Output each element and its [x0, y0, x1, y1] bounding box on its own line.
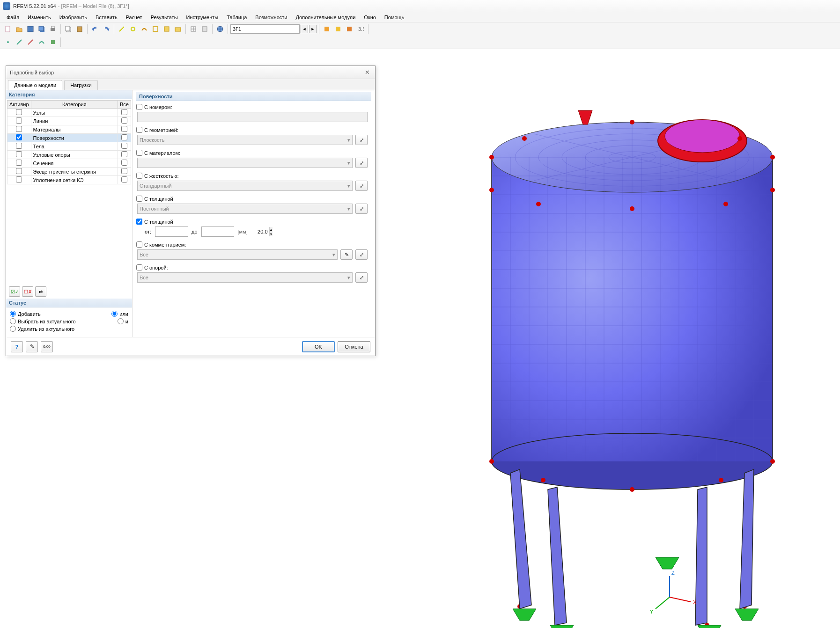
menu-file[interactable]: Файл: [3, 14, 23, 21]
menu-table[interactable]: Таблица: [223, 14, 251, 21]
thickness-type-pick-icon[interactable]: ⤢: [355, 204, 368, 214]
row-active-check[interactable]: [16, 126, 22, 132]
row-all-check[interactable]: [121, 160, 127, 166]
rtool-4-icon[interactable]: 3.55: [355, 24, 366, 34]
row-all-check[interactable]: [121, 109, 127, 115]
category-row-0[interactable]: Узлы: [7, 109, 131, 117]
undo-icon[interactable]: [90, 24, 100, 34]
tab-loads[interactable]: Нагрузки: [64, 80, 98, 90]
with-geometry-check[interactable]: С геометрией:: [136, 127, 368, 133]
thickness-type-combo[interactable]: Постоянный: [137, 204, 353, 214]
cancel-button[interactable]: Отмена: [338, 341, 370, 352]
copy-icon[interactable]: [63, 24, 74, 34]
with-support-check[interactable]: С опорой:: [136, 264, 368, 270]
menu-tools[interactable]: Инструменты: [183, 14, 222, 21]
t2-5-icon[interactable]: [48, 37, 58, 47]
menu-view[interactable]: Изобразить: [56, 14, 91, 21]
combo-next[interactable]: ►: [309, 25, 317, 33]
thickness-from-spinner[interactable]: ▲▼: [155, 226, 188, 237]
tool-3-icon[interactable]: [139, 24, 149, 34]
close-icon[interactable]: ✕: [363, 68, 371, 77]
toggle-button[interactable]: ⇄: [35, 286, 46, 297]
rtool-1-icon[interactable]: [322, 24, 332, 34]
row-all-check[interactable]: [121, 134, 127, 140]
row-active-check[interactable]: [16, 151, 22, 157]
category-row-7[interactable]: Эксцентриситеты стержня: [7, 168, 131, 176]
status-add[interactable]: Добавить: [10, 311, 41, 317]
menu-insert[interactable]: Вставить: [92, 14, 121, 21]
geometry-combo[interactable]: Плоскость: [137, 135, 353, 145]
menu-calc[interactable]: Расчет: [122, 14, 146, 21]
row-active-check[interactable]: [16, 117, 22, 124]
status-and[interactable]: и: [118, 318, 128, 324]
row-active-check[interactable]: [16, 176, 22, 183]
category-row-6[interactable]: Сечения: [7, 159, 131, 168]
geometry-pick-icon[interactable]: ⤢: [355, 135, 368, 145]
status-or[interactable]: или: [111, 311, 128, 317]
category-row-8[interactable]: Уплотнения сетки КЭ: [7, 176, 131, 184]
edit-icon[interactable]: ✎: [26, 341, 38, 352]
globe-icon[interactable]: [215, 24, 225, 34]
row-active-check[interactable]: [16, 168, 22, 174]
saveall-icon[interactable]: [37, 24, 47, 34]
thickness-to-spinner[interactable]: ▲▼: [201, 226, 234, 237]
support-pick-icon[interactable]: ⤢: [355, 272, 368, 283]
row-active-check[interactable]: [16, 134, 22, 140]
t2-4-icon[interactable]: [37, 37, 47, 47]
row-all-check[interactable]: [121, 151, 127, 157]
uncheck-all-button[interactable]: ☐✗: [22, 286, 33, 297]
rtool-3-icon[interactable]: [344, 24, 354, 34]
category-row-5[interactable]: Узловые опоры: [7, 151, 131, 159]
open-icon[interactable]: [14, 24, 24, 34]
settings-icon[interactable]: 0.00: [41, 341, 53, 352]
dialog-titlebar[interactable]: Подробный выбор ✕: [6, 66, 375, 79]
tab-model-data[interactable]: Данные о модели: [8, 80, 62, 90]
comment-pick-icon[interactable]: ⤢: [355, 249, 368, 260]
menu-edit[interactable]: Изменить: [24, 14, 55, 21]
menu-addons[interactable]: Дополнительные модули: [292, 14, 359, 21]
tool-8-icon[interactable]: [199, 24, 210, 34]
save-icon[interactable]: [25, 24, 36, 34]
t2-3-icon[interactable]: [25, 37, 36, 47]
tool-2-icon[interactable]: [128, 24, 138, 34]
t2-1-icon[interactable]: [3, 37, 13, 47]
support-combo[interactable]: Все: [137, 272, 353, 283]
row-all-check[interactable]: [121, 126, 127, 132]
comment-combo[interactable]: Все: [137, 249, 338, 260]
new-icon[interactable]: [3, 24, 13, 34]
material-combo[interactable]: [137, 158, 353, 168]
status-select-from[interactable]: Выбрать из актуального: [10, 318, 76, 324]
category-row-1[interactable]: Линии: [7, 117, 131, 125]
row-all-check[interactable]: [121, 143, 127, 149]
status-remove-from[interactable]: Удалить из актуального: [10, 326, 74, 332]
material-pick-icon[interactable]: ⤢: [355, 158, 368, 168]
stiffness-pick-icon[interactable]: ⤢: [355, 181, 368, 191]
row-active-check[interactable]: [16, 143, 22, 149]
row-all-check[interactable]: [121, 176, 127, 183]
category-row-2[interactable]: Материалы: [7, 125, 131, 134]
with-material-check[interactable]: С материалом:: [136, 150, 368, 156]
row-all-check[interactable]: [121, 168, 127, 174]
tool-5-icon[interactable]: [162, 24, 172, 34]
stiffness-combo[interactable]: Стандартный: [137, 181, 353, 191]
check-all-button[interactable]: ☑✓: [9, 286, 20, 297]
tool-6-icon[interactable]: [173, 24, 183, 34]
help-icon[interactable]: ?: [11, 341, 23, 352]
combo-prev[interactable]: ◄: [301, 25, 308, 33]
with-thickness-check[interactable]: С толщиной: [136, 219, 368, 225]
with-number-check[interactable]: С номером:: [136, 104, 368, 110]
with-comment-check[interactable]: С комментарием:: [136, 241, 368, 248]
grid-icon[interactable]: [188, 24, 199, 34]
tool-1-icon[interactable]: [117, 24, 127, 34]
comment-edit-icon[interactable]: ✎: [340, 249, 353, 260]
tool-4-icon[interactable]: [150, 24, 161, 34]
category-row-3[interactable]: Поверхности: [7, 134, 131, 142]
ok-button[interactable]: OK: [302, 341, 335, 352]
with-thickness-type-check[interactable]: С толщиной: [136, 196, 368, 202]
menu-window[interactable]: Окно: [360, 14, 380, 21]
paste-icon[interactable]: [74, 24, 85, 34]
print-icon[interactable]: [48, 24, 58, 34]
with-stiffness-check[interactable]: С жесткостью:: [136, 173, 368, 179]
t2-2-icon[interactable]: [14, 37, 24, 47]
menu-options[interactable]: Возможности: [251, 14, 291, 21]
